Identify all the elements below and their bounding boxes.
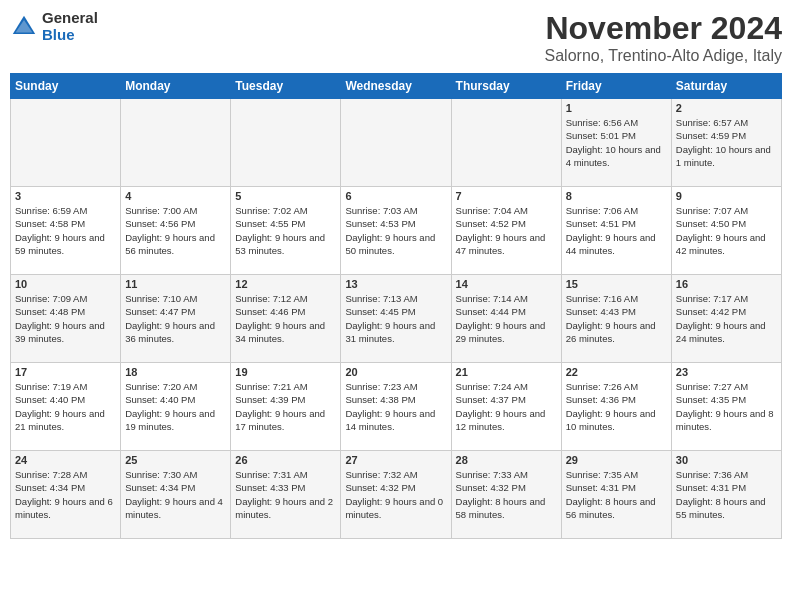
day-cell: 12Sunrise: 7:12 AM Sunset: 4:46 PM Dayli…	[231, 275, 341, 363]
day-cell: 27Sunrise: 7:32 AM Sunset: 4:32 PM Dayli…	[341, 451, 451, 539]
day-number: 12	[235, 278, 336, 290]
day-info: Sunrise: 7:06 AM Sunset: 4:51 PM Dayligh…	[566, 204, 667, 257]
day-info: Sunrise: 7:00 AM Sunset: 4:56 PM Dayligh…	[125, 204, 226, 257]
day-cell: 15Sunrise: 7:16 AM Sunset: 4:43 PM Dayli…	[561, 275, 671, 363]
day-number: 29	[566, 454, 667, 466]
day-cell: 6Sunrise: 7:03 AM Sunset: 4:53 PM Daylig…	[341, 187, 451, 275]
day-info: Sunrise: 7:12 AM Sunset: 4:46 PM Dayligh…	[235, 292, 336, 345]
day-info: Sunrise: 7:21 AM Sunset: 4:39 PM Dayligh…	[235, 380, 336, 433]
day-info: Sunrise: 7:36 AM Sunset: 4:31 PM Dayligh…	[676, 468, 777, 521]
day-cell	[231, 99, 341, 187]
day-cell: 28Sunrise: 7:33 AM Sunset: 4:32 PM Dayli…	[451, 451, 561, 539]
day-cell: 7Sunrise: 7:04 AM Sunset: 4:52 PM Daylig…	[451, 187, 561, 275]
day-number: 11	[125, 278, 226, 290]
day-number: 19	[235, 366, 336, 378]
day-cell: 3Sunrise: 6:59 AM Sunset: 4:58 PM Daylig…	[11, 187, 121, 275]
day-number: 10	[15, 278, 116, 290]
day-cell: 19Sunrise: 7:21 AM Sunset: 4:39 PM Dayli…	[231, 363, 341, 451]
day-number: 28	[456, 454, 557, 466]
day-number: 2	[676, 102, 777, 114]
day-info: Sunrise: 7:35 AM Sunset: 4:31 PM Dayligh…	[566, 468, 667, 521]
day-info: Sunrise: 7:10 AM Sunset: 4:47 PM Dayligh…	[125, 292, 226, 345]
day-number: 15	[566, 278, 667, 290]
logo-icon	[10, 13, 38, 41]
page-header: General Blue November 2024 Salorno, Tren…	[10, 10, 782, 65]
day-number: 26	[235, 454, 336, 466]
day-info: Sunrise: 6:57 AM Sunset: 4:59 PM Dayligh…	[676, 116, 777, 169]
day-number: 30	[676, 454, 777, 466]
day-number: 25	[125, 454, 226, 466]
day-info: Sunrise: 7:04 AM Sunset: 4:52 PM Dayligh…	[456, 204, 557, 257]
day-number: 24	[15, 454, 116, 466]
day-cell	[341, 99, 451, 187]
day-number: 13	[345, 278, 446, 290]
day-number: 8	[566, 190, 667, 202]
header-tuesday: Tuesday	[231, 74, 341, 99]
week-row-4: 17Sunrise: 7:19 AM Sunset: 4:40 PM Dayli…	[11, 363, 782, 451]
day-info: Sunrise: 7:27 AM Sunset: 4:35 PM Dayligh…	[676, 380, 777, 433]
logo-blue: Blue	[42, 27, 98, 44]
day-number: 22	[566, 366, 667, 378]
logo-general: General	[42, 10, 98, 27]
day-cell: 10Sunrise: 7:09 AM Sunset: 4:48 PM Dayli…	[11, 275, 121, 363]
week-row-1: 1Sunrise: 6:56 AM Sunset: 5:01 PM Daylig…	[11, 99, 782, 187]
calendar-header: SundayMondayTuesdayWednesdayThursdayFrid…	[11, 74, 782, 99]
day-info: Sunrise: 7:09 AM Sunset: 4:48 PM Dayligh…	[15, 292, 116, 345]
day-number: 7	[456, 190, 557, 202]
day-number: 4	[125, 190, 226, 202]
week-row-2: 3Sunrise: 6:59 AM Sunset: 4:58 PM Daylig…	[11, 187, 782, 275]
day-number: 23	[676, 366, 777, 378]
month-title: November 2024	[545, 10, 782, 47]
day-info: Sunrise: 7:16 AM Sunset: 4:43 PM Dayligh…	[566, 292, 667, 345]
header-saturday: Saturday	[671, 74, 781, 99]
day-number: 20	[345, 366, 446, 378]
header-row: SundayMondayTuesdayWednesdayThursdayFrid…	[11, 74, 782, 99]
day-number: 1	[566, 102, 667, 114]
day-number: 17	[15, 366, 116, 378]
logo: General Blue	[10, 10, 98, 43]
day-cell	[451, 99, 561, 187]
day-cell: 17Sunrise: 7:19 AM Sunset: 4:40 PM Dayli…	[11, 363, 121, 451]
day-number: 16	[676, 278, 777, 290]
week-row-5: 24Sunrise: 7:28 AM Sunset: 4:34 PM Dayli…	[11, 451, 782, 539]
day-number: 5	[235, 190, 336, 202]
day-info: Sunrise: 7:19 AM Sunset: 4:40 PM Dayligh…	[15, 380, 116, 433]
day-info: Sunrise: 7:31 AM Sunset: 4:33 PM Dayligh…	[235, 468, 336, 521]
day-cell: 25Sunrise: 7:30 AM Sunset: 4:34 PM Dayli…	[121, 451, 231, 539]
day-cell: 29Sunrise: 7:35 AM Sunset: 4:31 PM Dayli…	[561, 451, 671, 539]
day-cell: 1Sunrise: 6:56 AM Sunset: 5:01 PM Daylig…	[561, 99, 671, 187]
calendar-body: 1Sunrise: 6:56 AM Sunset: 5:01 PM Daylig…	[11, 99, 782, 539]
day-cell: 24Sunrise: 7:28 AM Sunset: 4:34 PM Dayli…	[11, 451, 121, 539]
day-info: Sunrise: 7:02 AM Sunset: 4:55 PM Dayligh…	[235, 204, 336, 257]
day-cell: 14Sunrise: 7:14 AM Sunset: 4:44 PM Dayli…	[451, 275, 561, 363]
day-cell	[11, 99, 121, 187]
day-info: Sunrise: 7:26 AM Sunset: 4:36 PM Dayligh…	[566, 380, 667, 433]
day-info: Sunrise: 7:23 AM Sunset: 4:38 PM Dayligh…	[345, 380, 446, 433]
day-info: Sunrise: 7:03 AM Sunset: 4:53 PM Dayligh…	[345, 204, 446, 257]
day-cell: 9Sunrise: 7:07 AM Sunset: 4:50 PM Daylig…	[671, 187, 781, 275]
header-monday: Monday	[121, 74, 231, 99]
day-info: Sunrise: 7:20 AM Sunset: 4:40 PM Dayligh…	[125, 380, 226, 433]
header-wednesday: Wednesday	[341, 74, 451, 99]
day-info: Sunrise: 6:59 AM Sunset: 4:58 PM Dayligh…	[15, 204, 116, 257]
day-cell: 2Sunrise: 6:57 AM Sunset: 4:59 PM Daylig…	[671, 99, 781, 187]
day-number: 27	[345, 454, 446, 466]
logo-text: General Blue	[42, 10, 98, 43]
day-cell: 5Sunrise: 7:02 AM Sunset: 4:55 PM Daylig…	[231, 187, 341, 275]
header-friday: Friday	[561, 74, 671, 99]
day-number: 9	[676, 190, 777, 202]
day-cell: 20Sunrise: 7:23 AM Sunset: 4:38 PM Dayli…	[341, 363, 451, 451]
day-cell: 13Sunrise: 7:13 AM Sunset: 4:45 PM Dayli…	[341, 275, 451, 363]
day-cell: 18Sunrise: 7:20 AM Sunset: 4:40 PM Dayli…	[121, 363, 231, 451]
header-thursday: Thursday	[451, 74, 561, 99]
day-cell: 26Sunrise: 7:31 AM Sunset: 4:33 PM Dayli…	[231, 451, 341, 539]
day-info: Sunrise: 7:28 AM Sunset: 4:34 PM Dayligh…	[15, 468, 116, 521]
day-cell: 8Sunrise: 7:06 AM Sunset: 4:51 PM Daylig…	[561, 187, 671, 275]
day-number: 18	[125, 366, 226, 378]
day-number: 21	[456, 366, 557, 378]
day-cell	[121, 99, 231, 187]
day-info: Sunrise: 7:14 AM Sunset: 4:44 PM Dayligh…	[456, 292, 557, 345]
day-info: Sunrise: 7:30 AM Sunset: 4:34 PM Dayligh…	[125, 468, 226, 521]
day-cell: 22Sunrise: 7:26 AM Sunset: 4:36 PM Dayli…	[561, 363, 671, 451]
day-info: Sunrise: 7:17 AM Sunset: 4:42 PM Dayligh…	[676, 292, 777, 345]
